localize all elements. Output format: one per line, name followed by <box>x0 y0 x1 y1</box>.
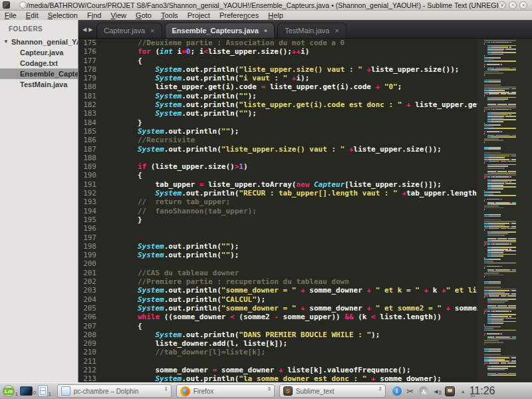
title-bar: /media/BATHROW/Cours/PROJET S8/Fano3/Sha… <box>0 0 532 11</box>
dolphin-task-button[interactable]: pc-chambre – Dolphin1 <box>57 384 172 398</box>
code-line: 190 { <box>78 171 477 180</box>
menu-project[interactable]: Project <box>183 11 215 19</box>
menu-find[interactable]: Find <box>82 11 106 19</box>
code-line: 184 } <box>78 118 477 127</box>
tab-scroll-right-icon[interactable]: ▶ <box>88 27 92 33</box>
minimize-button[interactable]: ∨ <box>498 1 506 9</box>
firefox-task-button[interactable]: Firefox3 <box>176 384 275 398</box>
code-line: 194 // fanoShannon(tab_upper); <box>78 207 477 215</box>
code-line: 187 System.out.println("liste_upper.size… <box>78 145 477 154</box>
maximize-button[interactable]: ∘ <box>509 1 517 9</box>
tab-scroll-left-icon[interactable]: ◀ <box>82 27 86 33</box>
modified-dot-icon: ● <box>264 27 267 34</box>
tab-testmain-java[interactable]: TestMain.java× <box>277 23 346 38</box>
code-line: 201 //CAS du tableau downer <box>78 269 477 277</box>
sublime-app-icon <box>3 1 10 9</box>
code-line: 191 tab_upper = liste_upper.toArray(new … <box>78 180 477 189</box>
code-line: 182 System.out.println("liste_upper.get(… <box>78 100 477 109</box>
mint-menu-button[interactable]: Lm1 <box>3 385 19 397</box>
code-line: 185 System.out.println(""); <box>78 127 477 136</box>
menu-selection[interactable]: Selection <box>43 11 82 19</box>
window-menu-button[interactable] <box>19 1 27 9</box>
code-line: 196 <box>78 224 477 233</box>
volume-icon[interactable]: ◄ <box>432 386 442 396</box>
task-buttons: pc-chambre – Dolphin1Firefox3SSublime_te… <box>57 384 390 398</box>
code-line: 179 System.out.println("i vaut : " +i); <box>78 74 477 82</box>
launchers: Lm101 <box>3 385 53 397</box>
code-line: 198 System.out.println(""); <box>78 242 477 251</box>
system-tray: i✂Y◄ <box>392 386 456 396</box>
code-line: 195 } <box>78 215 477 224</box>
tab-close-icon[interactable]: × <box>150 27 154 35</box>
klipper-icon[interactable]: ✂ <box>405 386 416 396</box>
file-manager-icon <box>38 385 48 397</box>
klipper-icon: ✂ <box>406 386 414 396</box>
tab-capteur-java[interactable]: Capteur.java× <box>96 23 162 38</box>
code-line: 180 liste_upper.get(i).code = liste_uppe… <box>78 82 477 91</box>
menu-bar: FileEditSelectionFindViewGotoToolsProjec… <box>0 11 532 20</box>
code-line: 197 <box>78 233 477 242</box>
menu-file[interactable]: File <box>0 11 21 19</box>
code-line: 213 System.out.println("la somme_downer … <box>78 374 477 382</box>
sidebar: FOLDERS ▼Shannon_genial_YAOUH!Capteur.ja… <box>0 20 78 382</box>
show-desktop-icon <box>20 386 33 396</box>
minimap[interactable] <box>479 40 516 382</box>
sublime-task-button[interactable]: SSublime_text2 <box>279 384 386 398</box>
code-line: 192 System.out.println("RECUR : tab_uppe… <box>78 189 477 198</box>
firefox-icon <box>180 386 190 396</box>
tray-expand-icon[interactable]: ▲ <box>461 389 466 394</box>
code-line: 205 System.out.println("somme_downer = "… <box>78 304 477 313</box>
window-controls: ∨∘× <box>498 1 527 9</box>
code-line: 206 while ((somme_downer < (somme2 - som… <box>78 313 477 321</box>
menu-tools[interactable]: Tools <box>156 11 183 19</box>
update-notifier-icon[interactable]: i <box>392 386 402 396</box>
update-notifier-icon: i <box>392 386 402 396</box>
package-icon <box>445 386 455 396</box>
tabs: Capteur.java×Ensemble_Capteurs.java●Test… <box>96 23 349 38</box>
code-line: 189 if (liste_upper.size()>1) <box>78 162 477 171</box>
usb-device-icon[interactable]: Y <box>418 386 429 396</box>
code-area[interactable]: 175 //Deuxieme partie : Association du m… <box>78 39 477 382</box>
code-line: 193 // return tab_upper; <box>78 198 477 206</box>
folder-expand-icon[interactable]: ▼ <box>3 37 9 47</box>
sidebar-item-testmain-java[interactable]: TestMain.java <box>0 79 78 90</box>
sidebar-item-ensemble_capteurs-java[interactable]: Ensemble_Capteurs.java <box>0 68 78 79</box>
code-line: 208 System.out.println("DANS PREMIER BOU… <box>78 331 477 339</box>
code-line: 178 System.out.println("liste_upper.size… <box>78 65 477 74</box>
clock-date: jeu. <box>471 394 476 398</box>
dolphin-icon <box>61 386 70 396</box>
menu-goto[interactable]: Goto <box>131 11 156 19</box>
sidebar-item-codage-txt[interactable]: Codage.txt <box>0 58 78 68</box>
sidebar-item-capteur-java[interactable]: Capteur.java <box>0 47 78 58</box>
code-line: 207 { <box>78 322 477 331</box>
code-line: 204 System.out.println("CALCUL"); <box>78 295 477 304</box>
minimap-line <box>479 374 516 376</box>
sublime-icon: S <box>283 386 293 396</box>
package-icon[interactable] <box>445 386 456 396</box>
tab-ensemble_capteurs-java[interactable]: Ensemble_Capteurs.java● <box>165 23 275 38</box>
code-line: 199 System.out.println(""); <box>78 251 477 259</box>
code-line: 202 //Premiere partie : recuperation du … <box>78 277 477 286</box>
volume-icon: ◄ <box>433 388 441 395</box>
tab-scroll: ◀ ▶ <box>78 27 96 38</box>
minimap-zone <box>477 39 532 382</box>
close-button[interactable]: × <box>519 1 527 9</box>
usb-device-icon: Y <box>419 386 428 396</box>
folder-tree: ▼Shannon_genial_YAOUH!Capteur.javaCodage… <box>0 37 78 90</box>
sidebar-item-shannon_genial_yaouh-[interactable]: ▼Shannon_genial_YAOUH! <box>0 37 78 47</box>
taskbar: Lm101 pc-chambre – Dolphin1Firefox3SSubl… <box>0 382 532 399</box>
menu-view[interactable]: View <box>106 11 131 19</box>
menu-help[interactable]: Help <box>263 11 288 19</box>
show-desktop-button[interactable]: 0 <box>20 386 37 396</box>
clock[interactable]: 11:26 jeu. <box>469 385 495 397</box>
menu-edit[interactable]: Edit <box>21 11 43 19</box>
code-line: 175 //Deuxieme partie : Association du m… <box>78 39 477 47</box>
file-manager-button[interactable]: 1 <box>38 385 52 397</box>
menu-preferences[interactable]: Preferences <box>215 11 263 19</box>
tab-close-icon[interactable]: × <box>334 27 338 35</box>
code-line: 176 for (int i=0; i<liste_upper.size();+… <box>78 47 477 56</box>
code-line: 200 <box>78 259 477 268</box>
mint-menu-icon: Lm <box>3 385 15 397</box>
code-line: 186 //Recursivite <box>78 136 477 144</box>
code-line: 210 //tab_downer[l]=liste[k]; <box>78 348 477 356</box>
